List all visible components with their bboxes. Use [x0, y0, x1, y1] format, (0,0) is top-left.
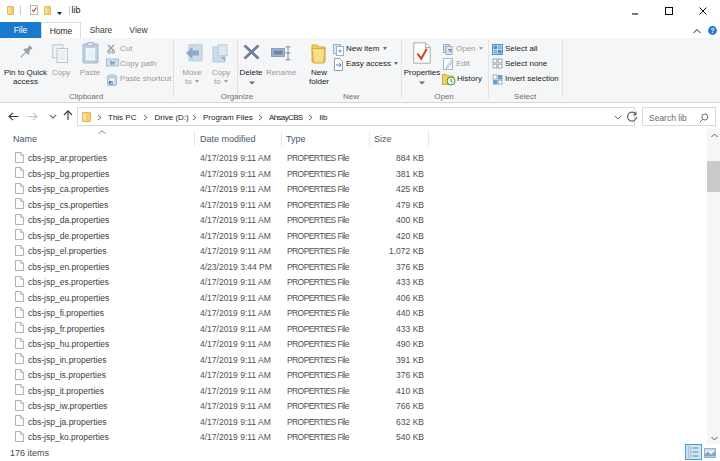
svg-text:?: ? [710, 27, 714, 34]
